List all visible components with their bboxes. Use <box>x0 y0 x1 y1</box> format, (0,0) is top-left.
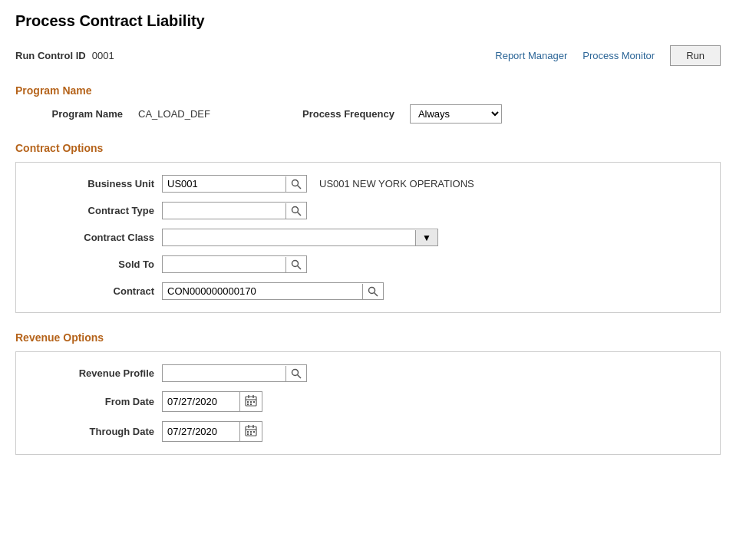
contract-options-section: Contract Options Business Unit US001 NEW… <box>15 142 721 313</box>
svg-rect-15 <box>250 401 252 403</box>
program-row: Program Name CA_LOAD_DEF Process Frequen… <box>23 104 721 124</box>
through-date-input[interactable] <box>163 423 239 440</box>
svg-point-8 <box>292 369 299 375</box>
contract-class-row: Contract Class ▼ <box>31 229 705 246</box>
contract-type-search-button[interactable] <box>285 203 306 219</box>
contract-row: Contract <box>31 282 705 300</box>
page-title: Process Contract Liability <box>15 12 721 30</box>
search-icon <box>291 206 302 216</box>
contract-label: Contract <box>31 285 154 297</box>
search-icon <box>291 259 302 270</box>
search-icon <box>291 368 302 379</box>
sold-to-input[interactable] <box>163 256 285 272</box>
svg-line-3 <box>298 212 302 216</box>
sold-to-search-button[interactable] <box>285 257 306 272</box>
contract-search-button[interactable] <box>362 284 383 299</box>
from-date-calendar-button[interactable] <box>239 392 262 411</box>
contract-input[interactable] <box>163 283 362 299</box>
top-bar: Run Control ID 0001 Report Manager Proce… <box>15 45 721 66</box>
from-date-row: From Date <box>31 391 705 412</box>
svg-rect-14 <box>247 401 249 403</box>
business-unit-row: Business Unit US001 NEW YORK OPERATIONS <box>31 175 705 193</box>
svg-rect-17 <box>247 404 249 405</box>
svg-rect-23 <box>247 431 249 433</box>
svg-point-0 <box>292 180 299 186</box>
revenue-options-section: Revenue Options Revenue Profile From Dat… <box>15 331 721 455</box>
contract-class-label: Contract Class <box>31 232 154 243</box>
sold-to-row: Sold To <box>31 255 705 273</box>
report-manager-link[interactable]: Report Manager <box>495 50 567 61</box>
process-frequency-label: Process Frequency <box>287 108 394 120</box>
revenue-profile-search-button[interactable] <box>285 366 306 381</box>
svg-line-7 <box>375 292 378 296</box>
svg-rect-18 <box>250 404 252 405</box>
through-date-input-wrapper <box>162 421 262 442</box>
contract-class-input[interactable] <box>163 229 415 245</box>
process-monitor-link[interactable]: Process Monitor <box>583 50 655 61</box>
revenue-options-box: Revenue Profile From Date <box>15 351 721 455</box>
svg-rect-25 <box>253 431 255 433</box>
contract-type-label: Contract Type <box>31 205 154 216</box>
business-unit-description: US001 NEW YORK OPERATIONS <box>319 178 474 189</box>
revenue-profile-input[interactable] <box>163 365 285 381</box>
top-links: Report Manager Process Monitor <box>495 50 655 61</box>
process-frequency-field: Process Frequency Always Once Don't Run <box>287 104 502 124</box>
svg-rect-27 <box>250 433 252 435</box>
revenue-profile-input-wrapper <box>162 364 307 382</box>
from-date-input[interactable] <box>163 394 239 410</box>
calendar-icon <box>245 394 257 407</box>
sold-to-input-wrapper <box>162 255 307 273</box>
contract-class-dropdown-button[interactable]: ▼ <box>415 230 437 245</box>
run-button[interactable]: Run <box>670 45 721 66</box>
revenue-options-header: Revenue Options <box>15 331 721 344</box>
svg-rect-16 <box>253 401 255 403</box>
contract-class-select-wrapper: ▼ <box>162 229 438 246</box>
contract-options-box: Business Unit US001 NEW YORK OPERATIONS … <box>15 162 721 313</box>
sold-to-label: Sold To <box>31 259 154 270</box>
program-name-label: Program Name <box>23 108 123 120</box>
svg-point-6 <box>369 287 375 293</box>
contract-type-input[interactable] <box>163 203 285 219</box>
search-icon <box>368 286 378 297</box>
run-control-value: 0001 <box>92 50 114 61</box>
program-name-value: CA_LOAD_DEF <box>138 108 210 120</box>
program-section: Program Name Program Name CA_LOAD_DEF Pr… <box>15 84 721 124</box>
svg-line-1 <box>298 185 302 189</box>
svg-point-4 <box>292 260 299 266</box>
svg-point-2 <box>292 206 299 212</box>
through-date-calendar-button[interactable] <box>239 422 262 441</box>
contract-type-row: Contract Type <box>31 202 705 219</box>
business-unit-label: Business Unit <box>31 178 154 189</box>
svg-line-5 <box>298 265 302 269</box>
calendar-icon <box>245 424 257 436</box>
business-unit-search-button[interactable] <box>285 176 306 192</box>
business-unit-input-wrapper <box>162 175 307 193</box>
run-control-label: Run Control ID <box>15 50 86 61</box>
contract-input-wrapper <box>162 282 384 300</box>
program-name-field: Program Name CA_LOAD_DEF <box>23 108 210 120</box>
svg-rect-24 <box>250 431 252 433</box>
search-icon <box>291 179 302 189</box>
revenue-profile-label: Revenue Profile <box>31 367 154 379</box>
process-frequency-select[interactable]: Always Once Don't Run <box>410 104 502 124</box>
business-unit-input[interactable] <box>163 176 285 192</box>
revenue-profile-row: Revenue Profile <box>31 364 705 382</box>
svg-rect-26 <box>247 433 249 435</box>
through-date-label: Through Date <box>31 426 154 437</box>
from-date-label: From Date <box>31 396 154 407</box>
from-date-input-wrapper <box>162 391 262 412</box>
through-date-row: Through Date <box>31 421 705 442</box>
svg-line-9 <box>298 374 302 378</box>
contract-type-input-wrapper <box>162 202 307 219</box>
program-section-header: Program Name <box>15 84 721 97</box>
contract-options-header: Contract Options <box>15 142 721 154</box>
